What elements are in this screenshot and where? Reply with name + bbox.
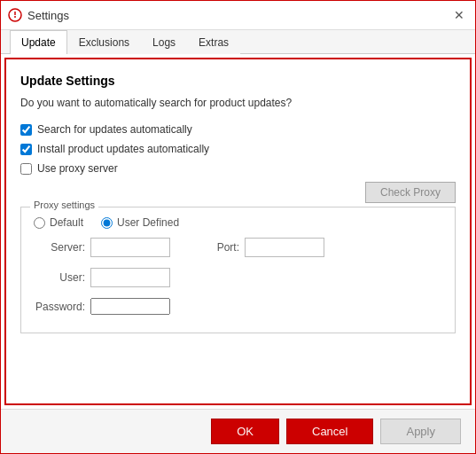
tab-bar: Update Exclusions Logs Extras bbox=[1, 30, 475, 54]
settings-window: Settings ✕ Update Exclusions Logs Extras… bbox=[0, 0, 476, 454]
proxy-settings-group: Proxy settings Default User Defined Serv… bbox=[20, 207, 456, 333]
radio-user-defined-option: User Defined bbox=[101, 216, 179, 229]
tab-exclusions[interactable]: Exclusions bbox=[67, 30, 141, 54]
svg-point-2 bbox=[14, 16, 16, 18]
search-updates-label: Search for updates automatically bbox=[37, 123, 192, 136]
port-row: Port: bbox=[188, 238, 324, 257]
content-area: Update Settings Do you want to automatic… bbox=[4, 58, 472, 405]
radio-default-label: Default bbox=[50, 216, 83, 229]
user-input[interactable] bbox=[90, 268, 170, 287]
bottom-bar: OK Cancel Apply bbox=[1, 409, 475, 453]
port-label: Port: bbox=[188, 241, 239, 254]
radio-default-option: Default bbox=[34, 216, 83, 229]
password-input[interactable] bbox=[90, 298, 170, 315]
close-button[interactable]: ✕ bbox=[450, 6, 468, 24]
settings-icon bbox=[8, 8, 22, 22]
server-row: Server: bbox=[34, 238, 170, 257]
search-updates-checkbox[interactable] bbox=[20, 124, 32, 136]
user-label: User: bbox=[34, 271, 85, 284]
use-proxy-checkbox[interactable] bbox=[20, 163, 32, 175]
proxy-checkbox-row: Use proxy server bbox=[20, 162, 456, 175]
cancel-button[interactable]: Cancel bbox=[286, 419, 373, 444]
port-input[interactable] bbox=[245, 238, 324, 257]
radio-user-defined[interactable] bbox=[101, 217, 113, 229]
server-label: Server: bbox=[34, 241, 85, 254]
window-title: Settings bbox=[27, 9, 69, 22]
title-bar: Settings ✕ bbox=[1, 1, 475, 30]
apply-button[interactable]: Apply bbox=[380, 419, 461, 444]
section-title: Update Settings bbox=[20, 74, 456, 88]
install-updates-checkbox[interactable] bbox=[20, 144, 32, 155]
section-desc: Do you want to automatically search for … bbox=[20, 97, 456, 109]
tab-update[interactable]: Update bbox=[10, 30, 67, 54]
user-row: User: bbox=[34, 268, 170, 287]
use-proxy-label: Use proxy server bbox=[37, 162, 118, 175]
search-updates-row: Search for updates automatically bbox=[20, 123, 456, 136]
check-proxy-button[interactable]: Check Proxy bbox=[365, 182, 456, 203]
proxy-left-fields: Server: User: Password: bbox=[34, 238, 170, 320]
proxy-settings-legend: Proxy settings bbox=[30, 200, 98, 210]
radio-user-defined-label: User Defined bbox=[117, 216, 179, 229]
proxy-fields: Server: User: Password: Port: bbox=[34, 238, 442, 320]
proxy-right-fields: Port: bbox=[188, 238, 324, 320]
ok-button[interactable]: OK bbox=[211, 419, 279, 444]
install-updates-label: Install product updates automatically bbox=[37, 143, 209, 155]
title-bar-left: Settings bbox=[8, 8, 69, 22]
tab-logs[interactable]: Logs bbox=[141, 30, 187, 54]
password-row: Password: bbox=[34, 298, 170, 315]
tab-extras[interactable]: Extras bbox=[187, 30, 240, 54]
server-input[interactable] bbox=[90, 238, 170, 257]
install-updates-row: Install product updates automatically bbox=[20, 143, 456, 155]
proxy-radio-row: Default User Defined bbox=[34, 216, 442, 229]
password-label: Password: bbox=[34, 301, 85, 313]
radio-default[interactable] bbox=[34, 217, 45, 229]
